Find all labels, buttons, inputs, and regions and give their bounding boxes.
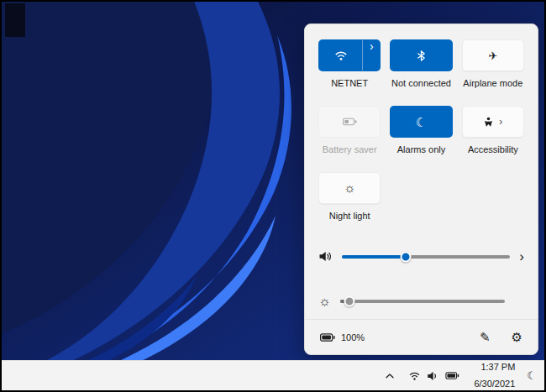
volume-slider[interactable] xyxy=(342,255,510,259)
accessibility-tile[interactable]: › xyxy=(462,106,524,138)
quick-setting-accessibility: › Accessibility xyxy=(462,106,524,154)
battery-icon xyxy=(320,333,335,342)
taskbar: 1:37 PM 6/30/2021 ☾ xyxy=(2,360,544,390)
brightness-slider-row: ☼ xyxy=(318,295,524,308)
taskbar-overflow-chevron-button[interactable] xyxy=(383,372,396,380)
edit-quick-settings-button[interactable]: ✎ xyxy=(480,331,491,343)
battery-saver-tile-label: Battery saver xyxy=(323,144,377,154)
quick-setting-wifi: › NETNET xyxy=(318,39,381,88)
quick-setting-alarms-only: ☾ Alarms only xyxy=(390,106,452,154)
footer-actions: ✎ ⚙ xyxy=(480,331,522,343)
quick-setting-night-light: ☼ Night light xyxy=(318,172,381,221)
volume-slider-fill xyxy=(342,255,406,259)
quick-settings-tiles: › NETNET Not connected ✈ Airplane mode xyxy=(318,39,524,221)
wifi-expand-chevron-icon[interactable]: › xyxy=(362,40,380,71)
wifi-tile-label: NETNET xyxy=(331,78,368,88)
accessibility-chevron-icon: › xyxy=(499,117,502,127)
battery-status-button[interactable]: 100% xyxy=(320,332,365,342)
tray-volume-icon xyxy=(427,371,439,381)
alarms-only-tile[interactable]: ☾ xyxy=(390,106,452,138)
tray-battery-icon xyxy=(445,372,459,379)
alarms-only-tile-label: Alarms only xyxy=(397,144,445,154)
airplane-icon: ✈ xyxy=(488,50,497,61)
volume-speaker-icon[interactable] xyxy=(318,251,333,262)
quick-setting-airplane-mode: ✈ Airplane mode xyxy=(462,39,524,88)
volume-slider-thumb[interactable] xyxy=(401,251,412,262)
gear-icon: ⚙ xyxy=(512,331,522,343)
brightness-sun-icon: ☼ xyxy=(318,295,331,308)
wifi-tile[interactable]: › xyxy=(318,39,381,71)
brightness-slider-thumb[interactable] xyxy=(344,296,355,307)
taskbar-clock[interactable]: 1:37 PM 6/30/2021 xyxy=(471,360,517,391)
battery-saver-tile xyxy=(318,106,381,138)
battery-percent-label: 100% xyxy=(341,332,365,342)
settings-gear-button[interactable]: ⚙ xyxy=(512,331,522,343)
accessibility-tile-label: Accessibility xyxy=(468,144,518,154)
volume-slider-row: › xyxy=(318,249,524,264)
accessibility-person-icon xyxy=(483,117,494,128)
desktop: › NETNET Not connected ✈ Airplane mode xyxy=(0,0,546,392)
moon-icon: ☾ xyxy=(416,116,427,128)
wifi-icon xyxy=(319,50,362,60)
chevron-up-icon xyxy=(386,374,394,379)
airplane-mode-tile[interactable]: ✈ xyxy=(462,39,524,71)
bluetooth-tile-label: Not connected xyxy=(391,78,451,88)
quick-setting-battery-saver: Battery saver xyxy=(318,106,381,154)
system-tray-status-button[interactable] xyxy=(406,369,462,383)
tray-wifi-icon xyxy=(408,371,421,380)
quick-settings-panel: › NETNET Not connected ✈ Airplane mode xyxy=(304,24,538,355)
battery-saver-icon xyxy=(343,118,357,126)
focus-assist-moon-icon[interactable]: ☾ xyxy=(527,370,537,381)
taskbar-date: 6/30/2021 xyxy=(474,379,515,389)
brightness-slider[interactable] xyxy=(340,300,505,303)
bluetooth-icon xyxy=(417,50,426,61)
night-light-tile[interactable]: ☼ xyxy=(318,172,381,204)
volume-expand-chevron-icon[interactable]: › xyxy=(519,249,524,264)
night-light-icon: ☼ xyxy=(344,181,356,195)
quick-settings-footer: 100% ✎ ⚙ xyxy=(305,319,538,354)
pencil-icon: ✎ xyxy=(480,331,491,343)
quick-setting-bluetooth: Not connected xyxy=(390,39,452,88)
night-light-tile-label: Night light xyxy=(329,211,370,221)
airplane-mode-tile-label: Airplane mode xyxy=(463,78,522,88)
taskbar-time: 1:37 PM xyxy=(480,362,515,373)
bluetooth-tile[interactable] xyxy=(390,39,452,71)
